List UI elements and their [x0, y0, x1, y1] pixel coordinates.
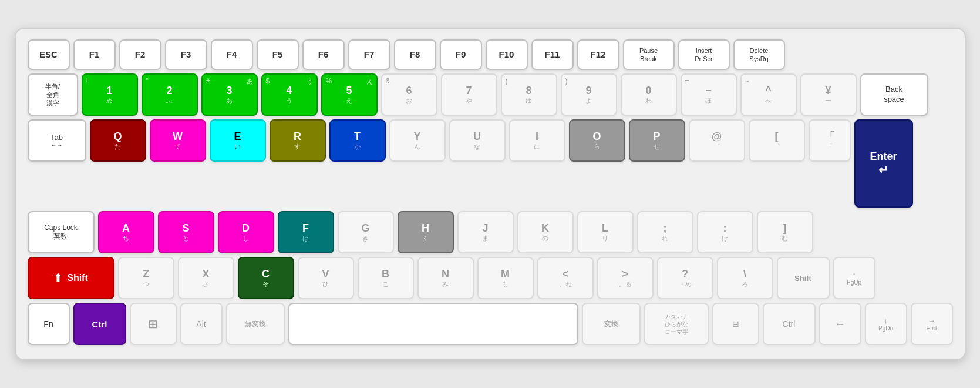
key-s[interactable]: S と: [158, 211, 214, 253]
key-capslock[interactable]: Caps Lock英数: [28, 211, 95, 253]
key-backspace[interactable]: Backspace: [860, 73, 928, 116]
key-q[interactable]: Q た: [90, 119, 146, 162]
key-colon[interactable]: : け: [697, 211, 753, 253]
key-8[interactable]: ( 8 ゆ: [501, 73, 557, 116]
key-right-end[interactable]: →End: [911, 303, 953, 345]
key-kana-icon[interactable]: ⊟: [712, 303, 759, 345]
key-fn[interactable]: Fn: [28, 303, 70, 345]
key-7[interactable]: ' 7 や: [441, 73, 497, 116]
zxcv-row: ⬆ Shift Z つ X さ C そ V ひ B こ N み: [28, 257, 953, 299]
key-win[interactable]: ⊞: [130, 303, 177, 345]
key-bracket-close-top[interactable]: 「 「: [809, 119, 851, 162]
key-pause[interactable]: PauseBreak: [623, 39, 675, 70]
key-f11[interactable]: F11: [531, 39, 574, 70]
key-caret[interactable]: ~ ^ へ: [740, 73, 797, 116]
key-w[interactable]: W て: [150, 119, 206, 162]
key-bracket-open[interactable]: [ ゜: [749, 119, 805, 162]
key-f9[interactable]: F9: [440, 39, 482, 70]
asdf-row: Caps Lock英数 A ち S と D し F は G き H く: [28, 211, 953, 253]
key-pgup[interactable]: ↑PgUp: [833, 257, 875, 299]
key-f12[interactable]: F12: [577, 39, 619, 70]
key-z[interactable]: Z つ: [118, 257, 174, 299]
key-slash[interactable]: ? ・め: [657, 257, 713, 299]
key-4[interactable]: $ う 4 う: [261, 73, 318, 116]
key-f4[interactable]: F4: [211, 39, 253, 70]
key-henkan[interactable]: 変換: [582, 303, 641, 345]
key-o[interactable]: O ら: [569, 119, 625, 162]
key-9[interactable]: ) 9 よ: [561, 73, 617, 116]
bottom-row: Fn Ctrl ⊞ Alt 無変換 変換 カタカナひらがなローマ字 ⊟ Ctrl…: [28, 303, 953, 345]
key-katakana[interactable]: カタカナひらがなローマ字: [644, 303, 709, 345]
key-f[interactable]: F は: [278, 211, 334, 253]
key-m[interactable]: M も: [477, 257, 534, 299]
key-yen[interactable]: ¥ ー: [800, 73, 857, 116]
key-f5[interactable]: F5: [257, 39, 299, 70]
key-y[interactable]: Y ん: [389, 119, 446, 162]
key-u[interactable]: U な: [449, 119, 506, 162]
key-r[interactable]: R す: [270, 119, 326, 162]
key-semicolon[interactable]: ; れ: [637, 211, 693, 253]
key-shift-left[interactable]: ⬆ Shift: [28, 257, 114, 299]
key-a[interactable]: A ち: [98, 211, 154, 253]
num-row: 半角/全角漢字 ! 1 ぬ " 2 ふ # あ 3 あ $ う 4 う %: [28, 73, 953, 116]
key-p[interactable]: P せ: [629, 119, 685, 162]
key-i[interactable]: I に: [509, 119, 565, 162]
key-b[interactable]: B こ: [358, 257, 414, 299]
key-shift-right[interactable]: Shift: [777, 257, 830, 299]
key-0[interactable]: 0 わ: [621, 73, 677, 116]
key-f7[interactable]: F7: [348, 39, 390, 70]
key-f2[interactable]: F2: [119, 39, 161, 70]
key-n[interactable]: N み: [417, 257, 474, 299]
key-ctrl-right[interactable]: Ctrl: [763, 303, 816, 345]
key-g[interactable]: G き: [338, 211, 394, 253]
key-e[interactable]: E い: [210, 119, 266, 162]
key-f1[interactable]: F1: [73, 39, 116, 70]
key-left[interactable]: ←: [819, 303, 861, 345]
key-enter[interactable]: Enter ↵: [854, 119, 913, 208]
fn-row: ESC F1 F2 F3 F4 F5 F6 F7 F8 F9 F10 F11 F…: [28, 39, 953, 70]
qwerty-row: Tab←→ Q た W て E い R す T か Y ん: [28, 119, 953, 208]
key-f8[interactable]: F8: [394, 39, 436, 70]
key-insert[interactable]: InsertPrtScr: [678, 39, 730, 70]
key-minus[interactable]: = − ほ: [681, 73, 737, 116]
key-d[interactable]: D し: [218, 211, 274, 253]
key-f3[interactable]: F3: [165, 39, 207, 70]
key-hankaku-zenkaku[interactable]: 半角/全角漢字: [28, 73, 78, 116]
key-2[interactable]: " 2 ふ: [142, 73, 198, 116]
key-j[interactable]: J ま: [457, 211, 514, 253]
key-f10[interactable]: F10: [486, 39, 528, 70]
key-at[interactable]: @ ゛: [689, 119, 745, 162]
key-period[interactable]: > 。る: [597, 257, 654, 299]
key-alt[interactable]: Alt: [180, 303, 223, 345]
key-1[interactable]: ! 1 ぬ: [82, 73, 138, 116]
key-backslash[interactable]: \ ろ: [717, 257, 773, 299]
key-tab[interactable]: Tab←→: [28, 119, 86, 162]
key-muhenkan[interactable]: 無変換: [226, 303, 285, 345]
key-t[interactable]: T か: [329, 119, 386, 162]
key-f6[interactable]: F6: [302, 39, 345, 70]
key-5[interactable]: % え 5 え: [321, 73, 378, 116]
key-l[interactable]: L り: [577, 211, 634, 253]
key-k[interactable]: K の: [517, 211, 574, 253]
key-space[interactable]: [288, 303, 578, 345]
key-ctrl-left[interactable]: Ctrl: [73, 303, 126, 345]
key-bracket-close[interactable]: ] む: [757, 211, 813, 253]
key-comma[interactable]: < 、ね: [537, 257, 594, 299]
key-down-pgdn[interactable]: ↓PgDn: [865, 303, 907, 345]
key-3[interactable]: # あ 3 あ: [201, 73, 258, 116]
key-delete[interactable]: DeleteSysRq: [733, 39, 785, 70]
key-c[interactable]: C そ: [238, 257, 294, 299]
key-h[interactable]: H く: [398, 211, 454, 253]
key-6[interactable]: & 6 お: [381, 73, 437, 116]
key-x[interactable]: X さ: [178, 257, 234, 299]
key-v[interactable]: V ひ: [298, 257, 354, 299]
key-esc[interactable]: ESC: [28, 39, 70, 70]
keyboard: ESC F1 F2 F3 F4 F5 F6 F7 F8 F9 F10 F11 F…: [15, 28, 966, 360]
